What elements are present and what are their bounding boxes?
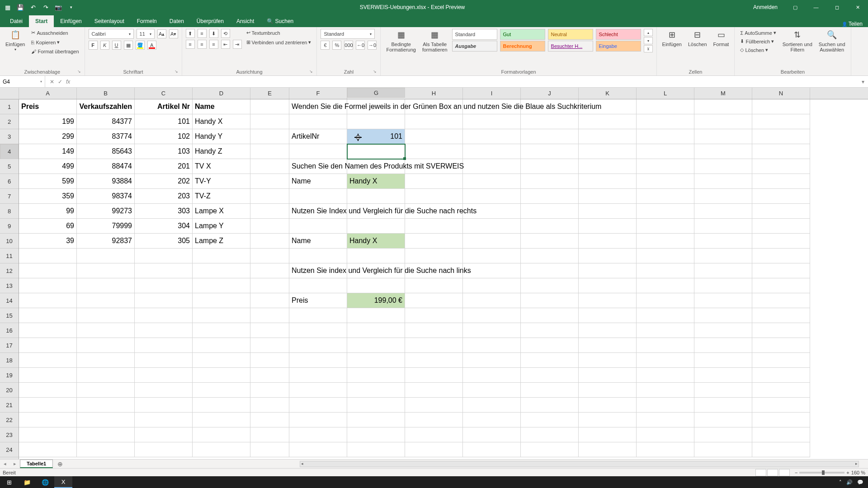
style-gut[interactable]: Gut bbox=[500, 29, 545, 40]
font-size-select[interactable]: 11▾ bbox=[137, 29, 155, 39]
cell[interactable] bbox=[694, 99, 752, 114]
cell[interactable]: 79999 bbox=[77, 219, 135, 234]
cell[interactable] bbox=[19, 398, 77, 413]
cell[interactable] bbox=[694, 159, 752, 174]
zoom-in-icon[interactable]: + bbox=[846, 470, 849, 475]
cell[interactable]: 299 bbox=[19, 129, 77, 144]
cell[interactable] bbox=[752, 263, 810, 278]
cell[interactable] bbox=[521, 144, 579, 159]
cell[interactable] bbox=[694, 278, 752, 293]
cell[interactable] bbox=[289, 323, 347, 338]
row-header[interactable]: 7 bbox=[0, 189, 19, 204]
cell[interactable] bbox=[694, 263, 752, 278]
cell[interactable] bbox=[289, 383, 347, 398]
format-as-table-button[interactable]: ▦Als Tabelle formatieren bbox=[420, 29, 449, 53]
cell[interactable] bbox=[637, 174, 694, 189]
add-sheet-icon[interactable]: ⊕ bbox=[53, 460, 67, 468]
cell[interactable] bbox=[77, 263, 135, 278]
cell[interactable] bbox=[637, 144, 694, 159]
cell[interactable] bbox=[463, 353, 521, 368]
column-header[interactable]: G bbox=[347, 88, 405, 98]
cell[interactable] bbox=[250, 263, 289, 278]
excel-taskbar-icon[interactable]: X bbox=[54, 476, 72, 488]
cell[interactable] bbox=[579, 234, 637, 249]
zoom-level[interactable]: 160 % bbox=[851, 470, 865, 475]
cell[interactable] bbox=[521, 383, 579, 398]
cell[interactable] bbox=[77, 278, 135, 293]
cell[interactable] bbox=[289, 338, 347, 353]
cell[interactable] bbox=[752, 189, 810, 204]
cell[interactable] bbox=[135, 249, 193, 263]
cell[interactable] bbox=[347, 189, 405, 204]
zoom-slider[interactable] bbox=[799, 472, 844, 474]
cell[interactable] bbox=[637, 442, 694, 457]
cell[interactable] bbox=[289, 353, 347, 368]
cell[interactable] bbox=[77, 293, 135, 308]
row-header[interactable]: 4 bbox=[0, 144, 19, 159]
cell[interactable] bbox=[289, 114, 347, 129]
cell[interactable] bbox=[637, 353, 694, 368]
format-painter-button[interactable]: 🖌 Format übertragen bbox=[29, 48, 80, 55]
cell[interactable] bbox=[637, 249, 694, 263]
column-header[interactable]: N bbox=[752, 88, 810, 99]
row-header[interactable]: 2 bbox=[0, 114, 19, 129]
cell[interactable] bbox=[193, 398, 250, 413]
cell[interactable]: Name bbox=[289, 234, 347, 249]
cell[interactable] bbox=[579, 308, 637, 323]
style-standard[interactable]: Standard bbox=[452, 29, 497, 40]
cell[interactable] bbox=[289, 189, 347, 204]
camera-icon[interactable]: 📷 bbox=[54, 3, 62, 11]
cell[interactable] bbox=[289, 442, 347, 457]
cell[interactable] bbox=[289, 144, 347, 159]
cell[interactable]: TV-Y bbox=[193, 174, 250, 189]
cell[interactable] bbox=[193, 263, 250, 278]
cell[interactable] bbox=[19, 263, 77, 278]
find-select-button[interactable]: 🔍Suchen und Auswählen bbox=[817, 29, 847, 53]
cell[interactable] bbox=[637, 189, 694, 204]
align-bottom-icon[interactable]: ⬇ bbox=[209, 29, 218, 38]
cell[interactable] bbox=[19, 293, 77, 308]
column-header[interactable]: M bbox=[694, 88, 752, 99]
delete-cells-button[interactable]: ⊟Löschen bbox=[686, 29, 709, 48]
cut-button[interactable]: ✂ Ausschneiden bbox=[29, 29, 80, 37]
cell[interactable] bbox=[579, 263, 637, 278]
cell[interactable] bbox=[347, 398, 405, 413]
cell[interactable]: 88474 bbox=[77, 159, 135, 174]
cell[interactable] bbox=[347, 368, 405, 383]
cell[interactable] bbox=[193, 338, 250, 353]
cell[interactable] bbox=[637, 234, 694, 249]
currency-icon[interactable]: € bbox=[321, 41, 330, 50]
cell[interactable] bbox=[405, 442, 463, 457]
styles-more-icon[interactable]: ⊻ bbox=[644, 45, 653, 52]
cell[interactable] bbox=[694, 114, 752, 129]
cell[interactable] bbox=[463, 129, 521, 144]
cell[interactable] bbox=[135, 442, 193, 457]
cell[interactable] bbox=[694, 189, 752, 204]
cell[interactable] bbox=[405, 398, 463, 413]
cell[interactable]: Handy Y bbox=[193, 129, 250, 144]
cell[interactable] bbox=[135, 427, 193, 442]
cell[interactable] bbox=[752, 293, 810, 308]
paste-button[interactable]: 📋 Einfügen▾ bbox=[4, 29, 27, 53]
cell[interactable] bbox=[250, 442, 289, 457]
cell[interactable] bbox=[250, 338, 289, 353]
cell[interactable] bbox=[405, 308, 463, 323]
row-header[interactable]: 17 bbox=[0, 338, 19, 353]
cell[interactable]: ArtikelNr bbox=[289, 129, 347, 144]
undo-icon[interactable]: ↶ bbox=[29, 3, 37, 11]
cell[interactable] bbox=[289, 368, 347, 383]
align-top-icon[interactable]: ⬆ bbox=[186, 29, 195, 38]
style-schlecht[interactable]: Schlecht bbox=[596, 29, 641, 40]
cell[interactable] bbox=[250, 114, 289, 129]
cell[interactable] bbox=[579, 114, 637, 129]
cell[interactable] bbox=[250, 144, 289, 159]
launcher-icon[interactable]: ↘ bbox=[77, 69, 81, 74]
close-icon[interactable]: ✕ bbox=[847, 0, 868, 14]
cell[interactable]: Preis bbox=[19, 99, 77, 114]
cell[interactable] bbox=[405, 234, 463, 249]
merge-button[interactable]: ⊞ Verbinden und zentrieren ▾ bbox=[245, 38, 313, 46]
cell[interactable] bbox=[752, 99, 810, 114]
cell[interactable] bbox=[347, 278, 405, 293]
cell[interactable] bbox=[19, 249, 77, 263]
cell[interactable] bbox=[250, 323, 289, 338]
